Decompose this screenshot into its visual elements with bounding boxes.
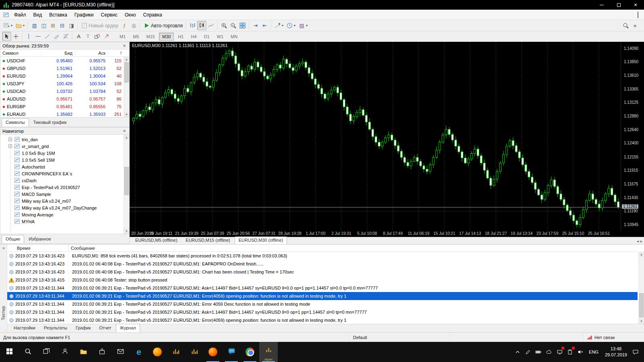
scroll-down-icon[interactable]: ▼ <box>124 112 129 117</box>
dropdown-arrow-icon[interactable]: ▾ <box>11 24 12 27</box>
status-connection[interactable]: Нет связи <box>584 333 644 342</box>
cursor-tool-button[interactable] <box>2 32 11 41</box>
scroll-up-icon[interactable]: ▲ <box>124 135 129 140</box>
navigator-item[interactable]: MACD Sample <box>0 191 124 197</box>
timeframe-mn[interactable]: MN <box>227 33 241 41</box>
navigator-item[interactable]: csDash <box>0 177 124 184</box>
scrollbar-thumb[interactable] <box>124 62 129 82</box>
menu-service[interactable]: Сервис <box>97 10 121 20</box>
column-bid[interactable]: Бид <box>41 51 74 56</box>
candlestick-chart[interactable] <box>130 42 621 231</box>
tester-close-button[interactable]: × <box>0 246 7 251</box>
label-tool-button[interactable]: T <box>83 32 93 41</box>
taskbar-mail[interactable] <box>111 342 130 362</box>
tray-battery-button[interactable] <box>533 342 544 362</box>
log-scrollbar[interactable]: ▲ ▼ <box>638 252 644 324</box>
navigator-item[interactable]: MYHA <box>0 218 124 225</box>
tester-tab-settings[interactable]: Настройки <box>10 324 39 332</box>
zoom-out-button[interactable] <box>229 21 238 30</box>
chart-tab-eurusd-m15[interactable]: EURUSD,M15 (offline) <box>182 237 234 244</box>
navigator-scrollbar[interactable]: ▲ ▼ <box>124 135 129 234</box>
market-watch-tab-tick-chart[interactable]: Тиковый график <box>29 118 71 127</box>
chart-bars-button[interactable] <box>188 21 197 30</box>
close-button[interactable]: × <box>627 0 644 10</box>
market-watch-scrollbar[interactable]: ▲ ▼ <box>124 57 129 117</box>
market-watch-row[interactable]: ◆USDJPY100.426100.534108 <box>0 80 124 87</box>
navigator-item[interactable]: 1.0 5x5 Sell 15M <box>0 156 124 163</box>
market-watch-toggle-button[interactable]: ▥ <box>30 21 39 30</box>
mql5-community-button[interactable]: ◎ <box>129 21 138 30</box>
taskbar-start[interactable] <box>0 342 19 362</box>
terminal-toggle-button[interactable]: ⊟ <box>58 21 67 30</box>
navigator-item[interactable]: Milky way EA v3.24_m07_DayChange <box>0 204 124 211</box>
tile-windows-button[interactable] <box>238 21 247 30</box>
chart-candlesticks-button[interactable] <box>197 21 206 30</box>
metaeditor-button[interactable]: ƒ <box>120 21 129 30</box>
taskbar-search[interactable] <box>19 342 37 362</box>
fibonacci-tool-button[interactable] <box>61 32 70 41</box>
tester-tab-report[interactable]: Отчет <box>95 324 115 332</box>
chart-line-button[interactable] <box>206 21 216 30</box>
toolbar-search-button[interactable] <box>621 21 630 30</box>
tester-side-tab[interactable]: Тестер <box>1 306 6 320</box>
time-axis[interactable]: 20 Jun 201920 Jun 19:1121 Jun 19:3925 Ju… <box>130 231 644 237</box>
vertical-line-tool-button[interactable] <box>24 32 33 41</box>
taskbar-firefox-2[interactable] <box>204 342 222 362</box>
periods-list-button[interactable]: ▾ <box>285 21 297 30</box>
dropdown-arrow-icon[interactable]: ▾ <box>282 24 283 27</box>
timeframe-m1[interactable]: M1 <box>116 33 129 41</box>
tester-tab-results[interactable]: Результаты <box>40 324 71 332</box>
tray-clipboard-button[interactable] <box>565 342 575 362</box>
terminal-log-row[interactable]: 2019.07.29 13:43:16.423EURUSD,M1: 858 ti… <box>7 252 638 260</box>
templates-button[interactable]: ▨▾ <box>297 21 309 30</box>
tab-scroll-left-icon[interactable]: ◂ <box>637 239 639 243</box>
timeframe-d1[interactable]: D1 <box>201 33 213 41</box>
terminal-log-row[interactable]: 2019.07.29 13:43:11.3442019.01.02 06:39:… <box>7 316 638 324</box>
keyboard-language[interactable]: ENG <box>586 350 602 354</box>
tray-onedrive-button[interactable] <box>544 342 554 362</box>
zoom-in-button[interactable] <box>219 21 229 30</box>
tester-tab-journal[interactable]: Журнал <box>116 324 140 332</box>
terminal-log-row[interactable]: 2019.07.29 13:43:16.4152019.01.02 06:40:… <box>7 276 638 284</box>
action-center-button[interactable] <box>630 342 641 362</box>
scroll-down-icon[interactable]: ▼ <box>639 319 644 324</box>
tray-pen-button[interactable] <box>523 342 533 362</box>
minimize-button[interactable] <box>593 0 610 10</box>
chart-canvas[interactable]: EURUSD,M30 1.11261 1.11361 1.11113 1.112… <box>130 42 621 231</box>
terminal-log-row[interactable]: 2019.07.29 13:43:16.4232019.01.02 06:40:… <box>7 268 638 276</box>
timeframe-m15[interactable]: M15 <box>143 33 158 41</box>
market-watch-row[interactable]: ◆GBPUSD1.519611.5201352 <box>0 64 124 72</box>
mdi-restore-button[interactable] <box>638 12 638 18</box>
tray-expand-button[interactable] <box>512 342 523 362</box>
dropdown-arrow-icon[interactable]: ▾ <box>306 24 308 27</box>
taskbar-people[interactable] <box>56 342 74 362</box>
navigator-item[interactable]: Exp - TesterPad v5 20190527 <box>0 184 124 191</box>
toolbar-overflow-button[interactable]: » <box>630 21 640 30</box>
terminal-log-row[interactable]: 2019.07.29 13:43:11.3442019.01.02 06:39:… <box>7 308 638 316</box>
taskbar-mt4-offline-2[interactable] <box>185 342 204 362</box>
channel-tool-button[interactable] <box>52 32 61 41</box>
auto-scroll-button[interactable]: ⇥ <box>251 21 260 30</box>
tab-scroll-right-icon[interactable]: ▸ <box>640 239 642 243</box>
navigator-item[interactable]: 1.0 5x5 Buy 15M <box>0 150 124 156</box>
profiles-button[interactable]: ▾ <box>14 21 26 30</box>
chart-tab-eurusd-m5[interactable]: EURUSD,M5 (offline) <box>131 237 181 244</box>
shapes-tool-button[interactable] <box>93 32 102 41</box>
terminal-log-row[interactable]: 2019.07.29 13:43:16.4232019.01.02 06:40:… <box>7 260 638 268</box>
menu-insert[interactable]: Вставка <box>45 10 71 20</box>
menu-file[interactable]: Файл <box>10 10 30 20</box>
column-symbol[interactable]: Символ <box>0 51 41 56</box>
scroll-up-icon[interactable]: ▲ <box>124 57 129 62</box>
taskbar-chrome[interactable] <box>241 342 259 362</box>
chart-shift-button[interactable]: ⇤ <box>260 21 269 30</box>
navigator-toggle-button[interactable]: ⊞ <box>48 21 58 30</box>
navigator-item[interactable]: +trio_dan <box>0 136 124 143</box>
log-column-time[interactable]: Время <box>7 245 68 251</box>
crosshair-tool-button[interactable] <box>11 32 21 41</box>
market-watch-row[interactable]: ◆USDCHF0.954600.95575115 <box>0 57 124 64</box>
navigator-close-button[interactable]: × <box>122 129 127 134</box>
dropdown-arrow-icon[interactable]: ▾ <box>23 24 25 27</box>
chart-tab-eurusd-m30[interactable]: EURUSD,M30 (offline) <box>235 237 287 244</box>
strategy-tester-toggle-button[interactable]: ◨ <box>67 21 76 30</box>
trendline-tool-button[interactable] <box>43 32 52 41</box>
